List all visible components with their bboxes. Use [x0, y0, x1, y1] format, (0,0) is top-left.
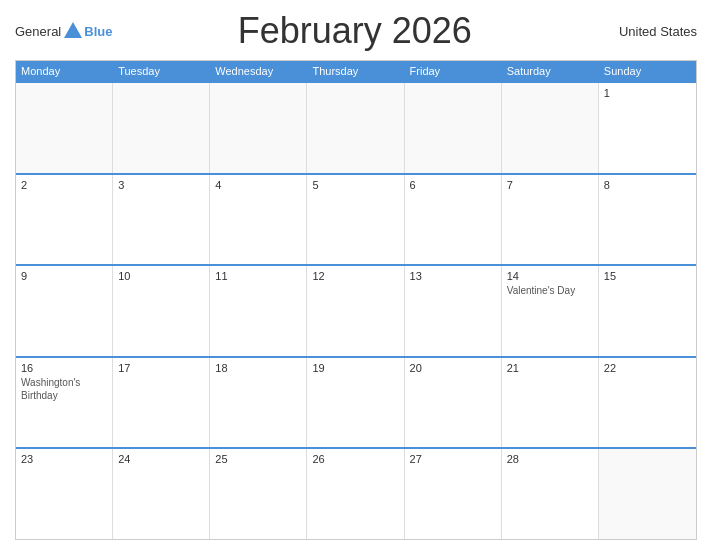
calendar-cell: 1 [599, 83, 696, 173]
weekday-header-wednesday: Wednesday [210, 61, 307, 81]
calendar-cell: 13 [405, 266, 502, 356]
calendar-week-5: 232425262728 [16, 447, 696, 539]
calendar: MondayTuesdayWednesdayThursdayFridaySatu… [15, 60, 697, 540]
day-number: 5 [312, 179, 398, 191]
calendar-cell: 20 [405, 358, 502, 448]
day-number: 8 [604, 179, 691, 191]
calendar-week-1: 1 [16, 81, 696, 173]
calendar-cell: 5 [307, 175, 404, 265]
calendar-cell: 15 [599, 266, 696, 356]
calendar-cell: 24 [113, 449, 210, 539]
calendar-cell [405, 83, 502, 173]
country-label: United States [597, 24, 697, 39]
day-number: 2 [21, 179, 107, 191]
calendar-cell: 9 [16, 266, 113, 356]
calendar-cell: 12 [307, 266, 404, 356]
calendar-cell: 10 [113, 266, 210, 356]
calendar-cell: 27 [405, 449, 502, 539]
calendar-cell: 4 [210, 175, 307, 265]
calendar-week-2: 2345678 [16, 173, 696, 265]
day-number: 6 [410, 179, 496, 191]
calendar-cell [16, 83, 113, 173]
calendar-cell: 11 [210, 266, 307, 356]
calendar-cell: 22 [599, 358, 696, 448]
calendar-cell: 16Washington's Birthday [16, 358, 113, 448]
calendar-cell: 6 [405, 175, 502, 265]
weekday-header-sunday: Sunday [599, 61, 696, 81]
weekday-header-monday: Monday [16, 61, 113, 81]
day-number: 18 [215, 362, 301, 374]
weekday-header-friday: Friday [405, 61, 502, 81]
weekday-header-saturday: Saturday [502, 61, 599, 81]
day-number: 9 [21, 270, 107, 282]
day-number: 16 [21, 362, 107, 374]
day-number: 21 [507, 362, 593, 374]
logo: General Blue [15, 20, 112, 42]
day-number: 26 [312, 453, 398, 465]
day-number: 17 [118, 362, 204, 374]
calendar-cell: 19 [307, 358, 404, 448]
day-number: 3 [118, 179, 204, 191]
day-number: 23 [21, 453, 107, 465]
day-number: 24 [118, 453, 204, 465]
calendar-cell [307, 83, 404, 173]
day-number: 12 [312, 270, 398, 282]
calendar-weekday-header: MondayTuesdayWednesdayThursdayFridaySatu… [16, 61, 696, 81]
calendar-cell: 21 [502, 358, 599, 448]
day-number: 20 [410, 362, 496, 374]
day-number: 13 [410, 270, 496, 282]
calendar-event: Washington's Birthday [21, 376, 107, 402]
calendar-cell: 7 [502, 175, 599, 265]
day-number: 10 [118, 270, 204, 282]
day-number: 19 [312, 362, 398, 374]
day-number: 15 [604, 270, 691, 282]
calendar-cell: 23 [16, 449, 113, 539]
calendar-cell [502, 83, 599, 173]
calendar-cell: 25 [210, 449, 307, 539]
weekday-header-thursday: Thursday [307, 61, 404, 81]
page: General Blue February 2026 United States… [0, 0, 712, 550]
logo-text-general: General [15, 24, 61, 39]
calendar-cell: 14Valentine's Day [502, 266, 599, 356]
day-number: 11 [215, 270, 301, 282]
day-number: 25 [215, 453, 301, 465]
day-number: 4 [215, 179, 301, 191]
calendar-cell: 17 [113, 358, 210, 448]
svg-marker-0 [64, 22, 82, 38]
calendar-week-3: 91011121314Valentine's Day15 [16, 264, 696, 356]
calendar-cell: 2 [16, 175, 113, 265]
day-number: 14 [507, 270, 593, 282]
calendar-cell [210, 83, 307, 173]
weekday-header-tuesday: Tuesday [113, 61, 210, 81]
calendar-cell: 18 [210, 358, 307, 448]
calendar-event: Valentine's Day [507, 284, 593, 297]
day-number: 28 [507, 453, 593, 465]
calendar-header: General Blue February 2026 United States [15, 10, 697, 52]
calendar-cell: 3 [113, 175, 210, 265]
logo-text-blue: Blue [84, 24, 112, 39]
calendar-cell: 26 [307, 449, 404, 539]
month-title: February 2026 [112, 10, 597, 52]
day-number: 27 [410, 453, 496, 465]
logo-icon [62, 20, 84, 42]
calendar-body: 1234567891011121314Valentine's Day1516Wa… [16, 81, 696, 539]
calendar-cell: 8 [599, 175, 696, 265]
day-number: 22 [604, 362, 691, 374]
calendar-cell: 28 [502, 449, 599, 539]
calendar-week-4: 16Washington's Birthday171819202122 [16, 356, 696, 448]
day-number: 7 [507, 179, 593, 191]
calendar-cell [113, 83, 210, 173]
day-number: 1 [604, 87, 691, 99]
calendar-cell [599, 449, 696, 539]
